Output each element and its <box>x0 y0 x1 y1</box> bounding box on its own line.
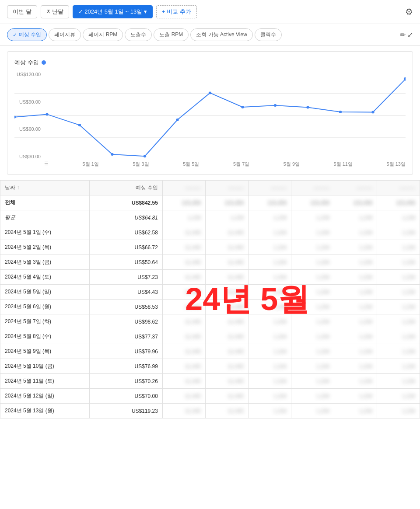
cell-blurred: 1,234 <box>334 300 377 314</box>
cell-blurred: 1,234 <box>377 270 420 285</box>
tab-page-rpm[interactable]: 페이지 RPM <box>83 28 123 41</box>
cell-blurred: 1,234 <box>291 240 334 255</box>
chart-point <box>46 113 48 115</box>
col-header-8: ——— <box>377 181 420 195</box>
cell-blurred: 12,345 <box>162 240 205 255</box>
data-table: 날짜 ↑ 예상 수입 ——— ——— ——— ——— ——— ——— 전체 US… <box>0 180 420 418</box>
cell-revenue: US$79.96 <box>89 344 162 359</box>
cell-blurred: 123,456 <box>205 195 248 210</box>
edit-icon[interactable]: ✏ <box>400 31 406 39</box>
cell-blurred: 1,234 <box>334 404 377 418</box>
cell-blurred: 1,234 <box>377 359 420 374</box>
chart-point <box>339 111 342 113</box>
cell-blurred: 1,234 <box>377 255 420 270</box>
last-month-button[interactable]: 지난달 <box>41 5 69 18</box>
col-header-3: ——— <box>162 181 205 195</box>
cell-blurred: 1,234 <box>291 210 334 225</box>
table-row: 2024년 5월 11일 (토)US$70.2612,34512,3451,23… <box>0 374 420 389</box>
cell-blurred: 12,345 <box>205 255 248 270</box>
cell-blurred: 1,234 <box>377 329 420 344</box>
cell-total-label: 전체 <box>0 195 90 210</box>
cell-date: 2024년 5월 9일 (목) <box>0 344 90 359</box>
cell-blurred: 12,345 <box>205 300 248 314</box>
metric-tabs: ✓ 예상 수입 페이지뷰 페이지 RPM 노출수 노출 RPM 조회 가능 Ac… <box>0 24 420 46</box>
tab-active-view[interactable]: 조회 가능 Active View <box>190 28 252 41</box>
tab-estimated-revenue[interactable]: ✓ 예상 수입 <box>7 28 47 41</box>
cell-blurred: 1,234 <box>248 389 291 404</box>
chart-point <box>306 106 309 109</box>
cell-blurred: 12,345 <box>162 374 205 389</box>
cell-blurred: 1,234 <box>291 255 334 270</box>
cell-blurred: 1,234 <box>248 359 291 374</box>
cell-blurred: 12,345 <box>162 389 205 404</box>
cell-revenue: US$50.64 <box>89 255 162 270</box>
this-month-button[interactable]: 이번 달 <box>7 5 37 18</box>
cell-blurred: 1,234 <box>248 285 291 300</box>
cell-blurred: 1,234 <box>291 374 334 389</box>
cell-blurred: 1,234 <box>291 389 334 404</box>
chart-title: 예상 수입 <box>14 59 406 66</box>
cell-blurred: 1,234 <box>291 314 334 329</box>
top-bar: 이번 달 지난달 ✓ 2024년 5월 1일 ~ 13일 ▾ + 비교 추가 ⚙ <box>0 0 420 24</box>
col-header-revenue[interactable]: 예상 수입 <box>89 181 162 195</box>
cell-blurred: 1,234 <box>334 359 377 374</box>
chart-point <box>241 106 244 108</box>
cell-revenue: US$62.58 <box>89 225 162 240</box>
cell-date: 2024년 5월 11일 (토) <box>0 374 90 389</box>
cell-date: 2024년 5월 12일 (일) <box>0 389 90 404</box>
cell-revenue: US$66.72 <box>89 240 162 255</box>
cell-blurred: 12,345 <box>205 359 248 374</box>
cell-blurred: 1,234 <box>291 285 334 300</box>
cell-blurred: 12,345 <box>162 300 205 314</box>
chart-point <box>144 155 146 157</box>
cell-blurred: 12,345 <box>205 329 248 344</box>
cell-date: 2024년 5월 1일 (수) <box>0 225 90 240</box>
cell-blurred: 1,234 <box>248 329 291 344</box>
cell-blurred: 1,234 <box>248 300 291 314</box>
x-axis-labels: ☰ 5월 1일 5월 3일 5월 5일 5월 7일 5월 9일 5월 11일 5… <box>14 161 406 167</box>
tab-impressions[interactable]: 노출수 <box>125 28 152 41</box>
cell-blurred: 1,234 <box>248 225 291 240</box>
cell-blurred: 1,234 <box>291 270 334 285</box>
cell-date: 2024년 5월 13일 (월) <box>0 404 90 418</box>
table-row: 2024년 5월 8일 (수)US$77.3712,34512,3451,234… <box>0 329 420 344</box>
cell-blurred: 1,234 <box>377 404 420 418</box>
compare-button[interactable]: + 비교 추가 <box>156 5 197 18</box>
tab-impression-rpm[interactable]: 노출 RPM <box>154 28 189 41</box>
cell-blurred: 1,234 <box>377 300 420 314</box>
cell-date: 2024년 5월 7일 (화) <box>0 314 90 329</box>
cell-date: 2024년 5월 4일 (토) <box>0 270 90 285</box>
cell-blurred: 1,234 <box>334 210 377 225</box>
cell-revenue: US$70.00 <box>89 389 162 404</box>
expand-icon[interactable]: ⤢ <box>407 31 413 39</box>
table-row: 2024년 5월 12일 (일)US$70.0012,34512,3451,23… <box>0 389 420 404</box>
cell-blurred: 1,234 <box>248 374 291 389</box>
cell-blurred: 12,345 <box>162 225 205 240</box>
col-header-4: ——— <box>205 181 248 195</box>
cell-revenue: US$98.62 <box>89 314 162 329</box>
cell-blurred: 12,345 <box>162 344 205 359</box>
tab-clicks[interactable]: 클릭수 <box>255 28 282 41</box>
settings-icon[interactable]: ⚙ <box>405 7 413 17</box>
cell-blurred: 1,234 <box>334 389 377 404</box>
cell-blurred: 12,345 <box>162 270 205 285</box>
table-row: 2024년 5월 5일 (일)US$4.4312,34512,3451,2341… <box>0 285 420 300</box>
cell-revenue: US$77.37 <box>89 329 162 344</box>
cell-blurred: 12,345 <box>162 314 205 329</box>
chart-point <box>111 153 113 156</box>
date-range-button[interactable]: ✓ 2024년 5월 1일 ~ 13일 ▾ <box>73 5 153 18</box>
col-header-date[interactable]: 날짜 ↑ <box>0 181 90 195</box>
cell-date: 2024년 5월 6일 (월) <box>0 300 90 314</box>
cell-blurred: 1,234 <box>291 344 334 359</box>
data-table-wrapper: 24년 5월 날짜 ↑ 예상 수입 ——— ——— ——— ——— ——— ——… <box>0 180 420 418</box>
cell-blurred: 1,234 <box>377 210 420 225</box>
cell-blurred: 12,345 <box>162 404 205 418</box>
cell-blurred: 123,456 <box>248 195 291 210</box>
cell-blurred: 12,345 <box>205 314 248 329</box>
cell-blurred: 1,234 <box>334 314 377 329</box>
cell-blurred: 123,456 <box>377 195 420 210</box>
table-row-avg: 평균 US$64.81 1,234 1,234 1,234 1,234 1,23… <box>0 210 420 225</box>
cell-avg-revenue: US$64.81 <box>89 210 162 225</box>
tab-page-views[interactable]: 페이지뷰 <box>49 28 81 41</box>
chart-container: 예상 수입 US$120.00 US$90.00 US$60.00 US$30.… <box>7 51 413 175</box>
